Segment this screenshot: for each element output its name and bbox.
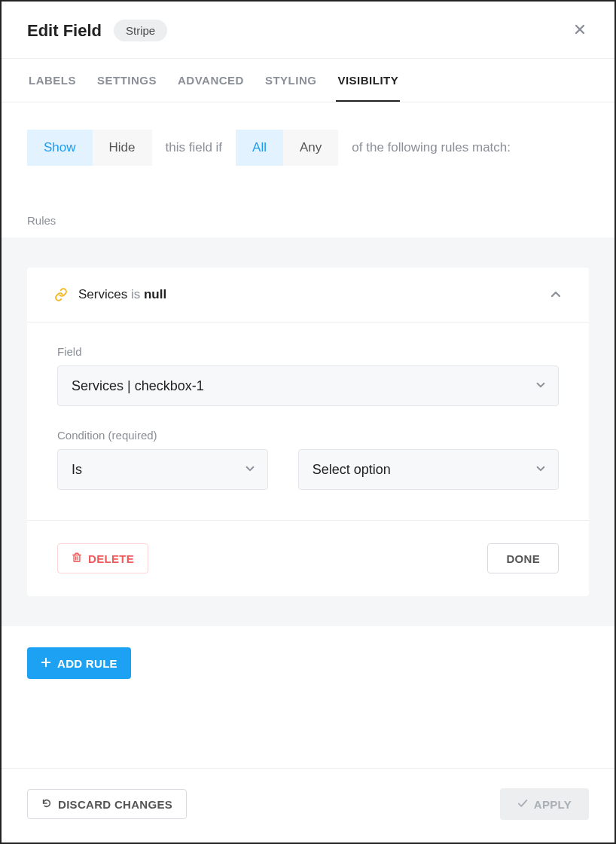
tab-styling[interactable]: STYLING [264,59,319,102]
trash-icon [72,552,82,565]
done-button[interactable]: DONE [487,543,559,573]
apply-button[interactable]: APPLY [500,788,589,820]
sentence-end: of the following rules match: [352,140,511,155]
chevron-up-icon [550,289,562,301]
modal-body: Show Hide this field if All Any of the f… [2,102,614,768]
rule-footer: DELETE DONE [27,521,589,596]
rule-header[interactable]: Services is null [27,268,589,323]
rule-summary-field: Services [78,287,127,301]
tab-settings[interactable]: SETTINGS [96,59,158,102]
tab-labels[interactable]: LABELS [27,59,78,102]
edit-field-modal: Edit Field Stripe LABELS SETTINGS ADVANC… [0,0,616,844]
show-hide-toggle: Show Hide [27,130,152,166]
rule-summary: Services is null [78,287,166,302]
modal-title: Edit Field [27,21,102,41]
apply-label: APPLY [534,798,572,811]
condition-select-value: Is [72,462,82,478]
all-any-toggle: All Any [236,130,338,166]
sentence-mid: this field if [166,140,223,155]
rule-summary-value: null [144,287,166,301]
option-label-spacer [298,429,559,442]
link-icon [54,288,68,301]
close-icon [574,23,586,38]
tab-visibility[interactable]: VISIBILITY [336,59,400,102]
field-select[interactable]: Services | checkbox-1 [57,365,559,406]
condition-label: Condition (required) [57,429,268,442]
all-option[interactable]: All [236,130,283,166]
rule-body: Field Services | checkbox-1 Condition (r… [27,323,589,521]
field-select-value: Services | checkbox-1 [72,378,204,394]
visibility-sentence: Show Hide this field if All Any of the f… [2,102,614,184]
check-icon [517,798,528,811]
delete-label: DELETE [88,552,134,565]
rule-summary-op: is [131,287,140,301]
chevron-down-icon [535,462,546,478]
discard-changes-button[interactable]: DISCARD CHANGES [27,789,187,819]
field-label: Field [57,345,559,358]
add-rule-label: ADD RULE [57,657,117,670]
any-option[interactable]: Any [283,130,338,166]
delete-rule-button[interactable]: DELETE [57,543,148,573]
option-select-value: Select option [313,462,391,478]
plus-icon [41,657,51,670]
field-type-badge: Stripe [114,20,167,41]
tab-advanced[interactable]: ADVANCED [176,59,245,102]
done-label: DONE [506,552,540,565]
condition-select[interactable]: Is [57,449,268,490]
undo-icon [41,798,52,811]
add-rule-wrap: ADD RULE [2,626,614,724]
rule-card: Services is null Field Services | checkb… [27,268,589,596]
discard-label: DISCARD CHANGES [58,798,172,811]
modal-footer: DISCARD CHANGES APPLY [2,768,614,842]
chevron-down-icon [245,462,255,478]
rules-label: Rules [2,184,614,237]
show-option[interactable]: Show [27,130,93,166]
option-select[interactable]: Select option [298,449,559,490]
tabs: LABELS SETTINGS ADVANCED STYLING VISIBIL… [2,59,614,102]
add-rule-button[interactable]: ADD RULE [27,647,131,679]
rules-area: Services is null Field Services | checkb… [2,237,614,626]
modal-header: Edit Field Stripe [2,2,614,59]
close-button[interactable] [571,22,589,40]
chevron-down-icon [535,378,546,394]
hide-option[interactable]: Hide [93,130,152,166]
